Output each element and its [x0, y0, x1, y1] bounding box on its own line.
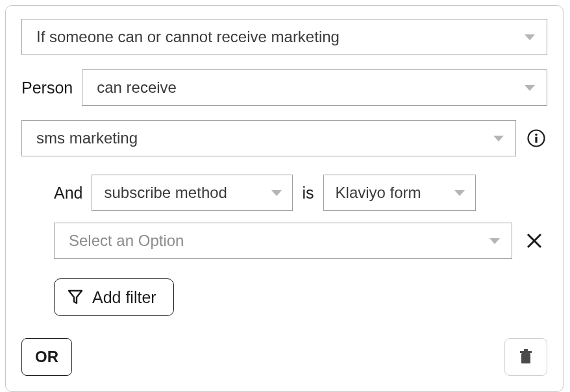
person-select-value: can receive [97, 79, 177, 97]
chevron-down-icon [454, 190, 465, 196]
is-label: is [302, 184, 314, 202]
and-label: And [54, 184, 82, 202]
svg-point-1 [535, 134, 538, 136]
chevron-down-icon [525, 85, 535, 91]
row-add-filter: Add filter [54, 278, 547, 316]
chevron-down-icon [493, 136, 504, 141]
value-select[interactable]: Klaviyo form [323, 175, 476, 211]
main-condition-select[interactable]: If someone can or cannot receive marketi… [21, 19, 547, 55]
main-condition-value: If someone can or cannot receive marketi… [36, 28, 340, 46]
row-bottom-actions: OR [21, 338, 547, 376]
option-select[interactable]: Select an Option [54, 223, 512, 259]
channel-select[interactable]: sms marketing [21, 120, 516, 156]
row-subfilter: And subscribe method is Klaviyo form [54, 175, 547, 211]
or-button[interactable]: OR [21, 338, 72, 376]
info-icon[interactable] [525, 127, 547, 149]
option-select-placeholder: Select an Option [69, 232, 184, 250]
row-main-condition: If someone can or cannot receive marketi… [21, 19, 547, 55]
chevron-down-icon [489, 238, 500, 244]
add-filter-label: Add filter [92, 288, 156, 307]
add-filter-button[interactable]: Add filter [54, 278, 174, 316]
chevron-down-icon [525, 34, 535, 40]
row-option: Select an Option [54, 223, 547, 259]
chevron-down-icon [271, 190, 282, 196]
svg-rect-6 [520, 351, 532, 353]
close-icon [525, 232, 543, 250]
remove-filter-button[interactable] [521, 228, 547, 254]
attribute-select[interactable]: subscribe method [92, 175, 293, 211]
attribute-select-value: subscribe method [104, 184, 227, 202]
delete-condition-button[interactable] [504, 338, 547, 376]
channel-select-value: sms marketing [36, 129, 138, 147]
person-select[interactable]: can receive [82, 69, 547, 106]
condition-panel: If someone can or cannot receive marketi… [5, 5, 564, 392]
svg-rect-7 [524, 349, 528, 351]
person-label: Person [21, 79, 73, 97]
row-channel: sms marketing [21, 120, 547, 156]
row-person: Person can receive [21, 69, 547, 106]
svg-rect-5 [521, 353, 530, 363]
trash-icon [518, 348, 534, 366]
or-button-label: OR [35, 348, 58, 366]
filter-icon [68, 289, 83, 306]
value-select-value: Klaviyo form [336, 184, 421, 202]
svg-rect-2 [535, 137, 537, 143]
